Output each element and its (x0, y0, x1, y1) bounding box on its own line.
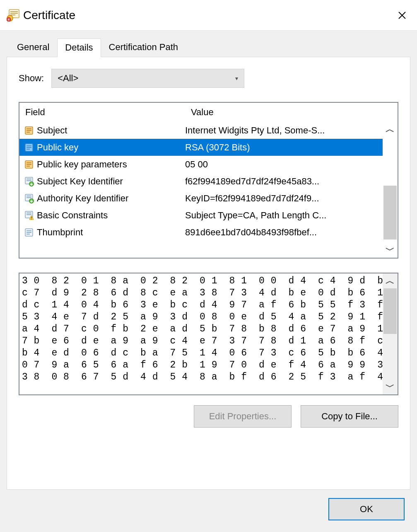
row-field: Public key (35, 142, 185, 153)
row-value: f62f994189ed7d7df24f9e45a83... (185, 176, 383, 187)
listview-row[interactable]: Authority Key IdentifierKeyID=f62f994189… (19, 190, 383, 207)
svg-rect-12 (27, 147, 31, 148)
svg-rect-9 (27, 132, 30, 133)
svg-rect-11 (27, 145, 31, 146)
copy-to-file-button[interactable]: Copy to File... (301, 405, 398, 428)
titlebar: Certificate (0, 0, 417, 31)
tab-certification-path[interactable]: Certification Path (101, 38, 186, 57)
svg-rect-2 (10, 13, 18, 14)
svg-rect-34 (27, 234, 30, 235)
ext-icon (23, 193, 35, 203)
tab-general[interactable]: General (9, 38, 57, 57)
svg-rect-8 (27, 130, 31, 131)
svg-rect-27 (27, 213, 31, 213)
svg-rect-1 (10, 11, 18, 12)
scroll-thumb[interactable] (383, 186, 397, 239)
row-field: Basic Constraints (35, 210, 185, 221)
svg-rect-16 (27, 164, 31, 165)
header-value[interactable]: Value (191, 107, 398, 118)
tab-details[interactable]: Details (57, 39, 101, 57)
row-field: Authority Key Identifier (35, 193, 185, 204)
action-row: Edit Properties... Copy to File... (19, 405, 398, 428)
listview-row[interactable]: Basic ConstraintsSubject Type=CA, Path L… (19, 207, 383, 224)
svg-rect-29 (31, 217, 31, 218)
show-row: Show: <All> ▾ (19, 69, 398, 88)
scroll-down-icon[interactable]: ﹀ (383, 243, 398, 258)
show-value: <All> (58, 73, 78, 84)
listview-row[interactable]: Thumbprint891d6ee1bd7d04b8493f98fbef... (19, 224, 383, 241)
row-value: Internet Widgits Pty Ltd, Some-S... (185, 125, 383, 136)
listview-scrollbar[interactable]: ︿ ﹀ (383, 122, 398, 258)
row-field: Subject Key Identifier (35, 176, 185, 187)
row-value: RSA (3072 Bits) (185, 142, 383, 153)
certificate-icon (7, 9, 20, 22)
chevron-down-icon: ▾ (235, 75, 238, 82)
scroll-up-icon[interactable]: ︿ (383, 273, 398, 288)
svg-rect-15 (27, 162, 31, 163)
hex-content: 3 0 8 2 0 1 8 a 0 2 8 2 0 1 8 1 0 0 d 4 … (19, 273, 383, 394)
warn-icon (23, 210, 35, 220)
row-value: Subject Type=CA, Path Length C... (185, 210, 383, 221)
listview-row[interactable]: SubjectInternet Widgits Pty Ltd, Some-S.… (19, 122, 383, 139)
ok-button[interactable]: OK (328, 498, 405, 520)
listview-row[interactable]: Public keyRSA (3072 Bits) (19, 139, 383, 156)
row-field: Thumbprint (35, 227, 185, 238)
close-icon (398, 11, 406, 19)
svg-rect-3 (10, 15, 15, 15)
svg-rect-28 (27, 214, 31, 215)
hex-textarea[interactable]: 3 0 8 2 0 1 8 a 0 2 8 2 0 1 8 1 0 0 d 4 … (19, 273, 398, 395)
details-panel: Show: <All> ▾ Field Value SubjectInterne… (7, 57, 410, 490)
prop-icon (23, 227, 35, 237)
dialog-footer: OK (3, 490, 414, 529)
scroll-up-icon[interactable]: ︿ (383, 122, 398, 137)
svg-rect-19 (27, 179, 31, 179)
row-field: Public key parameters (35, 159, 185, 170)
doc-icon (23, 126, 35, 135)
row-value: KeyID=f62f994189ed7d7df24f9... (185, 193, 383, 204)
svg-rect-30 (31, 219, 31, 219)
svg-rect-7 (27, 128, 31, 129)
listview-row[interactable]: Subject Key Identifierf62f994189ed7d7df2… (19, 173, 383, 190)
show-label: Show: (19, 73, 44, 84)
svg-rect-17 (27, 166, 30, 167)
doc-icon (23, 143, 35, 152)
hex-scrollbar[interactable]: ︿ ﹀ (383, 273, 398, 394)
field-listview: Field Value SubjectInternet Widgits Pty … (19, 102, 398, 259)
scroll-track[interactable] (383, 137, 398, 243)
scroll-thumb[interactable] (383, 288, 397, 334)
window-title: Certificate (23, 9, 75, 22)
tab-strip: General Details Certification Path (3, 38, 414, 57)
svg-rect-24 (27, 197, 31, 198)
scroll-down-icon[interactable]: ﹀ (383, 380, 398, 394)
row-field: Subject (35, 125, 185, 136)
show-dropdown[interactable]: <All> ▾ (51, 69, 244, 88)
header-field[interactable]: Field (25, 107, 191, 118)
scroll-track[interactable] (383, 288, 398, 380)
svg-rect-13 (27, 149, 30, 150)
row-value: 05 00 (185, 159, 383, 170)
svg-rect-20 (27, 180, 31, 181)
row-value: 891d6ee1bd7d04b8493f98fbef... (185, 227, 383, 238)
ext-icon (23, 177, 35, 186)
svg-rect-33 (27, 232, 31, 233)
listview-row[interactable]: Public key parameters05 00 (19, 156, 383, 173)
edit-properties-button: Edit Properties... (194, 405, 292, 428)
dialog-body: General Details Certification Path Show:… (0, 31, 417, 532)
svg-rect-32 (27, 230, 31, 231)
close-button[interactable] (394, 7, 410, 24)
doc-icon (23, 160, 35, 169)
svg-rect-23 (27, 196, 31, 196)
listview-header: Field Value (19, 103, 398, 122)
